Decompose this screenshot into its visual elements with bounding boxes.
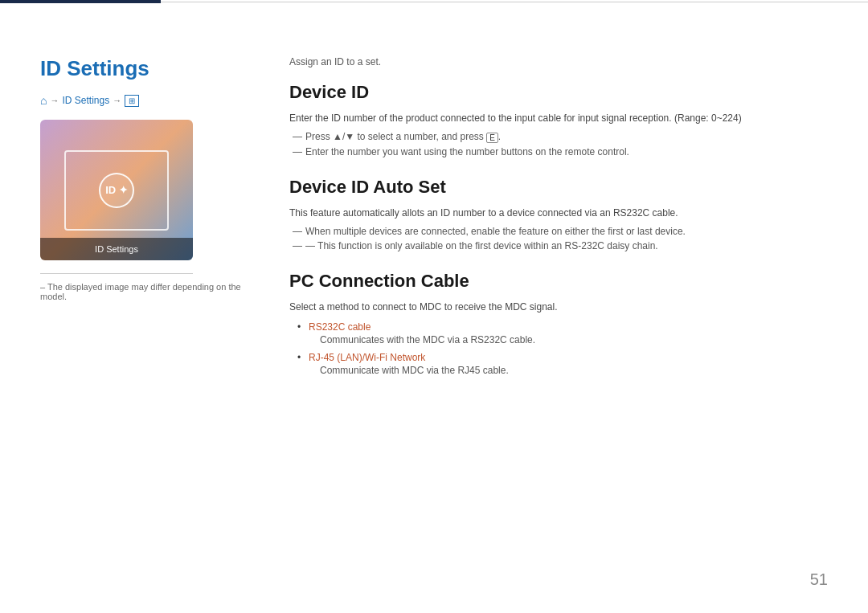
separator-line [161, 2, 868, 2]
rj45-sub-text: Communicate with MDC via the RJ45 cable. [309, 365, 828, 376]
device-id-auto-set-line-1: — When multiple devices are connected, e… [289, 226, 828, 237]
rs232c-link[interactable]: RS232C cable [309, 321, 371, 333]
list-item: RS232C cable Communicates with the MDC v… [297, 321, 828, 345]
breadcrumb-arrow-1: → [50, 96, 59, 105]
breadcrumb-current: ID Settings [62, 95, 109, 106]
device-id-auto-set-line-1-text: When multiple devices are connected, ena… [305, 226, 686, 237]
breadcrumb-arrow-2: → [113, 96, 121, 105]
section-gap-2 [289, 255, 828, 271]
page-title: ID Settings [40, 56, 257, 81]
right-column: Assign an ID to a set. Device ID Enter t… [281, 32, 828, 581]
breadcrumb: ⌂ → ID Settings → ⊞ [40, 94, 257, 107]
breadcrumb-home-icon: ⌂ [40, 94, 47, 107]
pc-connection-list: RS232C cable Communicates with the MDC v… [289, 321, 828, 376]
image-note: – The displayed image may differ dependi… [40, 282, 257, 301]
page-number: 51 [810, 570, 828, 589]
em-dash-2: — [293, 146, 302, 157]
left-divider [40, 273, 193, 274]
device-label-text: ID Settings [95, 244, 138, 254]
pc-connection-body: Select a method to connect to MDC to rec… [289, 300, 828, 315]
device-id-bullet-1-text: Press ▲/▼ to select a number, and press … [305, 131, 501, 142]
rs232c-sub-text: Communicates with the MDC via a RS232C c… [309, 334, 828, 345]
device-id-auto-set-line-2: — ― This function is only available on t… [289, 240, 828, 251]
left-column: ID Settings ⌂ → ID Settings → ⊞ ID ✦ ID … [40, 32, 281, 581]
em-dash-1: — [293, 131, 302, 142]
rj45-link[interactable]: RJ-45 (LAN)/Wi-Fi Network [309, 352, 425, 363]
device-id-icon: ID ✦ [105, 184, 128, 196]
device-screen-frame: ID ✦ [64, 150, 169, 231]
device-icon-circle: ID ✦ [99, 173, 134, 208]
section-gap-1 [289, 161, 828, 177]
breadcrumb-settings-icon: ⊞ [125, 95, 139, 107]
pc-connection-title: PC Connection Cable [289, 271, 828, 292]
device-image-background: ID ✦ ID Settings [40, 120, 193, 260]
device-id-bullet-1: — Press ▲/▼ to select a number, and pres… [289, 131, 828, 142]
dark-accent-line [0, 0, 161, 3]
device-bottom-bar: ID Settings [40, 238, 193, 260]
device-image: ID ✦ ID Settings [40, 120, 193, 260]
device-id-bullet-2-text: Enter the number you want using the numb… [305, 146, 629, 157]
device-id-body: Enter the ID number of the product conne… [289, 111, 828, 126]
device-id-title: Device ID [289, 82, 828, 103]
device-id-bullet-2: — Enter the number you want using the nu… [289, 146, 828, 157]
device-id-auto-set-title: Device ID Auto Set [289, 177, 828, 198]
device-id-auto-set-line-2-text: ― This function is only available on the… [305, 240, 658, 251]
em-dash-4: — [293, 240, 302, 251]
top-decoration [0, 0, 868, 3]
list-item: RJ-45 (LAN)/Wi-Fi Network Communicate wi… [297, 352, 828, 376]
em-dash-3: — [293, 226, 302, 237]
device-id-auto-set-body: This feature automatically allots an ID … [289, 206, 828, 221]
enter-button-icon: E [486, 133, 498, 143]
intro-text: Assign an ID to a set. [289, 56, 828, 67]
